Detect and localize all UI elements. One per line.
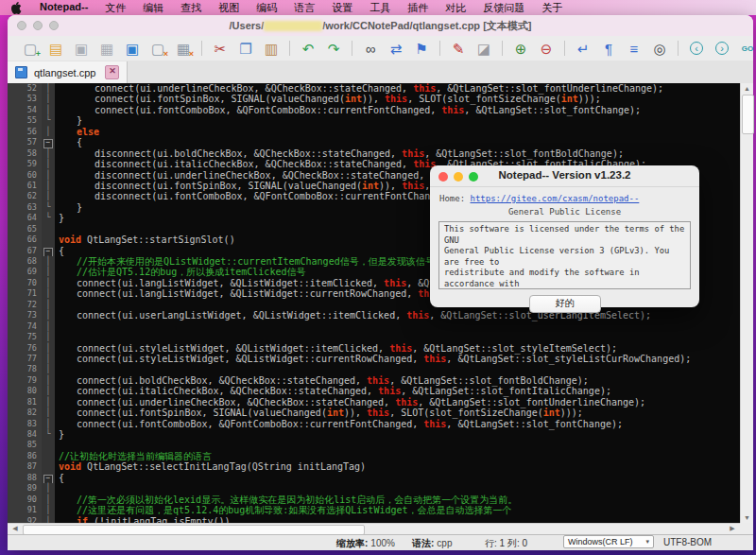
copy-icon[interactable]: ❐ [234,39,257,58]
fold-marker: │ [42,505,55,515]
cut-icon[interactable]: ✂ [209,39,232,58]
new-file-badge: + [36,50,41,58]
scroll-down-icon[interactable]: ▼ [741,514,753,521]
code-line-53[interactable]: 53│connect(ui.fontSpinBox, SIGNAL(valueC… [8,94,740,104]
zoom-in-icon[interactable]: ⊕ [509,39,532,58]
code-line-78[interactable]: 78│ [8,364,740,374]
code-line-56[interactable]: 56│else [8,127,740,137]
code-line-81[interactable]: 81│connect(ui.underlineCheckBox, &QCheck… [8,397,740,408]
locate-icon[interactable]: ◎ [648,39,671,58]
code-line-90[interactable]: 90│//第一次必须以初始化lexid显示。这样做实在是因为初始化list启动后… [8,494,740,505]
find-glyph: ∞ [366,42,376,56]
save-all-icon[interactable]: ▦ [95,39,118,58]
close-all-icon[interactable]: ▦× [172,39,195,58]
undo-icon[interactable]: ↶ [297,39,319,58]
code-line-82[interactable]: 82│connect(ui.fontSpinBox, SIGNAL(valueC… [8,408,740,418]
menu-item-12[interactable]: 关于 [533,1,571,15]
code-line-86[interactable]: 86//让初始化时选择当前编辑器的语言 [8,451,740,461]
menu-item-9[interactable]: 插件 [399,1,437,15]
indent-guide-icon[interactable]: ≡ [623,39,645,58]
prev-position-icon[interactable]: ‹ [685,39,708,58]
code-line-87[interactable]: 87void QtLangSet::selectInitLangTag(QStr… [8,461,740,472]
menu-item-4[interactable]: 视图 [210,1,248,15]
bookmark-icon[interactable]: ⚑ [410,39,433,58]
next-position-glyph: › [715,42,729,55]
menu-item-appname[interactable]: Notepad-- [31,1,96,15]
code-line-92[interactable]: 92│if (!initLangTag.isEmpty()) [8,516,740,524]
fold-marker[interactable]: − [42,137,55,147]
paste-icon[interactable]: ▥ [260,39,283,58]
code-line-75[interactable]: 75│ [8,332,740,342]
code-line-89[interactable]: 89│ [8,483,740,494]
word-wrap-icon[interactable]: ↵ [572,39,594,58]
vertical-scrollbar[interactable]: ▲ ▼ [740,83,753,523]
mark-highlight-icon[interactable]: ✎ [447,39,470,58]
dialog-button-row: 好的 [430,295,699,313]
goto-line-icon[interactable]: GO [736,39,756,58]
code-text [55,440,59,450]
snapshot-icon[interactable]: ▣ [121,39,144,58]
fold-marker: │ [42,267,55,277]
menu-item-1[interactable]: 文件 [96,1,134,15]
menu-item-5[interactable]: 编码 [248,1,285,15]
code-text: disconnect(ui.boldCheckBox, &QCheckBox::… [55,148,624,159]
menu-item-3[interactable]: 查找 [172,1,210,15]
code-line-58[interactable]: 58│disconnect(ui.boldCheckBox, &QCheckBo… [8,148,740,159]
prev-position-glyph: ‹ [690,42,703,55]
code-line-85[interactable]: 85 [8,440,740,450]
fold-marker: │ [42,127,55,137]
code-line-54[interactable]: 54│connect(ui.fontComboBox, &QFontComboB… [8,105,740,115]
bookmark-glyph: ⚑ [415,42,427,56]
close-file-icon[interactable]: ▢× [146,39,169,58]
open-folder-icon[interactable]: ▤ [44,39,67,58]
redo-icon[interactable]: ↷ [322,39,345,58]
fold-marker[interactable]: − [42,473,55,483]
horizontal-scrollbar[interactable]: ◀ ▶ [8,523,740,534]
apple-menu[interactable] [11,2,22,14]
code-text: //这里还是有问题，是qt5.12.4的bug机制导致:如果没有选择QListW… [55,505,512,515]
vertical-scrollbar-thumb[interactable] [742,95,754,134]
code-line-74[interactable]: 74│ [8,321,740,332]
new-file-icon[interactable]: ▢+ [19,39,42,58]
menu-item-10[interactable]: 对比 [437,1,474,15]
menu-item-2[interactable]: 编辑 [134,1,172,15]
scroll-right-icon[interactable]: ▶ [726,525,739,532]
tab-close-icon[interactable]: ✕ [105,65,119,79]
find-icon[interactable]: ∞ [359,39,382,58]
code-line-79[interactable]: 79│connect(ui.boldCheckBox, &QCheckBox::… [8,375,740,386]
show-symbols-icon[interactable]: ¶ [597,39,620,58]
code-line-57[interactable]: 57−{ [8,137,740,147]
fold-marker[interactable]: − [42,246,55,256]
code-line-55[interactable]: 55└} [8,115,740,126]
fold-marker: │ [42,354,55,364]
code-line-77[interactable]: 77│connect(ui.styleListWidget, &QListWid… [8,354,740,364]
code-line-76[interactable]: 76│connect(ui.styleListWidget, &QListWid… [8,343,740,354]
status-zoom: 缩放率:100% [336,537,395,550]
home-link[interactable]: https://gitee.com/cxasm/notepad-- [471,194,640,203]
menu-item-7[interactable]: 设置 [323,1,361,15]
code-line-88[interactable]: 88−{ [8,473,740,483]
code-line-84[interactable]: 84└} [8,429,740,440]
eol-format-select[interactable]: Windows(CR LF) ▾ [563,535,654,548]
line-number: 61 [8,181,42,191]
ok-button[interactable]: 好的 [529,295,601,313]
menu-item-11[interactable]: 反馈问题 [474,1,533,15]
code-line-91[interactable]: 91│//这里还是有问题，是qt5.12.4的bug机制导致:如果没有选择QLi… [8,505,740,515]
fold-margin [42,440,55,450]
save-file-icon[interactable]: ▣ [70,39,93,58]
scroll-up-icon[interactable]: ▲ [741,85,753,92]
zoom-out-icon[interactable]: ⊖ [535,39,558,58]
code-line-80[interactable]: 80│connect(ui.italicCheckBox, &QCheckBox… [8,386,740,396]
menu-item-6[interactable]: 语言 [285,1,323,15]
next-position-icon[interactable]: › [711,39,733,58]
menu-item-8[interactable]: 工具 [361,1,399,15]
tab-qtlangset[interactable]: qtlangset.cpp ✕ [8,61,128,83]
scroll-left-icon[interactable]: ◀ [9,525,22,532]
code-text: connect(ui.styleListWidget, &QListWidget… [55,354,691,364]
clear-mark-icon[interactable]: ◪ [472,39,495,58]
code-line-52[interactable]: 52│connect(ui.underlineCheckBox, &QCheck… [8,83,740,94]
code-line-83[interactable]: 83│connect(ui.fontComboBox, &QFontComboB… [8,419,740,429]
replace-icon[interactable]: ⇄ [385,39,407,58]
tab-label: qtlangset.cpp [34,67,95,78]
fold-marker: │ [42,386,55,396]
